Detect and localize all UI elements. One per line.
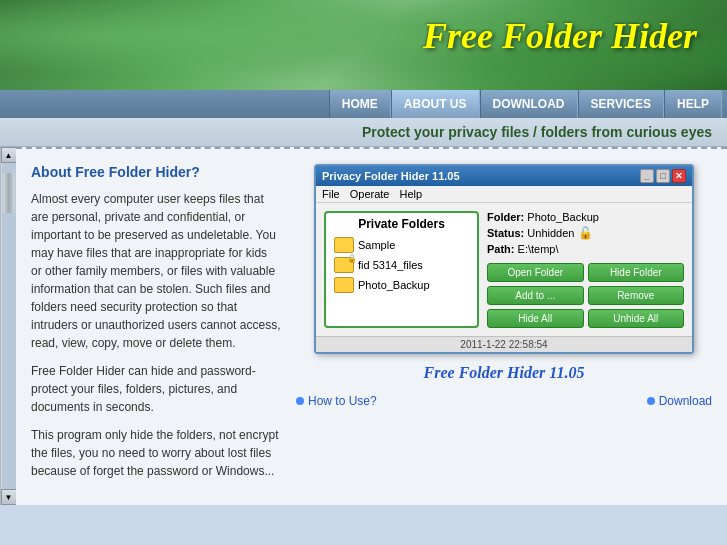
about-paragraph-2: Free Folder Hider can hide and password-…	[31, 362, 281, 416]
folder-label: Folder:	[487, 211, 524, 223]
unlocked-icon: 🔓	[578, 226, 593, 240]
close-button[interactable]: ✕	[672, 169, 686, 183]
folder-name-sample: Sample	[358, 239, 395, 251]
bottom-links: How to Use? Download	[296, 388, 712, 414]
menu-operate[interactable]: Operate	[350, 188, 390, 200]
status-label: Status:	[487, 227, 524, 239]
content-area: About Free Folder Hider? Almost every co…	[16, 149, 727, 505]
folder-item-sample[interactable]: Sample	[330, 235, 473, 255]
add-to-button[interactable]: Add to ...	[487, 286, 584, 305]
folder-icon-photo	[334, 277, 354, 293]
app-window: Privacy Folder Hider 11.05 _ □ ✕ File Op…	[314, 164, 694, 354]
download-link[interactable]: Download	[647, 394, 712, 408]
folder-icon-fid	[334, 257, 354, 273]
about-body: Almost every computer user keeps files t…	[31, 190, 281, 480]
scroll-down-button[interactable]: ▼	[1, 489, 17, 505]
open-folder-button[interactable]: Open Folder	[487, 263, 584, 282]
site-title: Free Folder Hider	[423, 15, 697, 57]
about-paragraph-1: Almost every computer user keeps files t…	[31, 190, 281, 352]
navigation: HOME ABOUT US DOWNLOAD SERVICES HELP	[0, 90, 727, 118]
maximize-button[interactable]: □	[656, 169, 670, 183]
menu-file[interactable]: File	[322, 188, 340, 200]
action-buttons: Open Folder Hide Folder Add to ... Remov…	[487, 263, 684, 328]
hide-all-button[interactable]: Hide All	[487, 309, 584, 328]
folders-panel-title: Private Folders	[330, 217, 473, 231]
tagline: Protect your privacy files / folders fro…	[0, 118, 727, 147]
menu-help[interactable]: Help	[399, 188, 422, 200]
minimize-button[interactable]: _	[640, 169, 654, 183]
info-path: Path: E:\temp\	[487, 243, 684, 255]
main-layout: ▲ ▼ About Free Folder Hider? Almost ever…	[0, 147, 727, 505]
hide-folder-button[interactable]: Hide Folder	[588, 263, 685, 282]
app-window-title: Privacy Folder Hider 11.05	[322, 170, 460, 182]
scrollbar-thumb[interactable]	[3, 173, 15, 213]
app-statusbar: 2011-1-22 22:58:54	[316, 336, 692, 352]
app-menubar: File Operate Help	[316, 186, 692, 203]
folder-icon-sample	[334, 237, 354, 253]
how-to-use-link[interactable]: How to Use?	[296, 394, 377, 408]
scroll-up-button[interactable]: ▲	[1, 147, 17, 163]
app-body: Private Folders Sample fid 5314_files	[316, 203, 692, 336]
left-text-panel: About Free Folder Hider? Almost every co…	[31, 164, 281, 490]
folder-value: Photo_Backup	[527, 211, 599, 223]
nav-about[interactable]: ABOUT US	[391, 90, 480, 118]
folders-panel: Private Folders Sample fid 5314_files	[324, 211, 479, 328]
app-titlebar: Privacy Folder Hider 11.05 _ □ ✕	[316, 166, 692, 186]
folder-item-photo[interactable]: Photo_Backup	[330, 275, 473, 295]
nav-home[interactable]: HOME	[329, 90, 391, 118]
nav-services[interactable]: SERVICES	[578, 90, 664, 118]
about-title: About Free Folder Hider?	[31, 164, 281, 180]
nav-download[interactable]: DOWNLOAD	[480, 90, 578, 118]
folder-name-fid: fid 5314_files	[358, 259, 423, 271]
nav-help[interactable]: HELP	[664, 90, 722, 118]
unhide-all-button[interactable]: Unhide All	[588, 309, 685, 328]
how-to-use-label: How to Use?	[308, 394, 377, 408]
scrollbar[interactable]: ▲ ▼	[0, 147, 16, 505]
remove-button[interactable]: Remove	[588, 286, 685, 305]
content-wrapper: About Free Folder Hider? Almost every co…	[16, 147, 727, 505]
app-title-label: Free Folder Hider 11.05	[424, 364, 585, 382]
status-value: Unhidden	[527, 227, 574, 239]
path-label: Path:	[487, 243, 515, 255]
about-paragraph-3: This program only hide the folders, not …	[31, 426, 281, 480]
info-panel: Folder: Photo_Backup Status: Unhidden 🔓 …	[487, 211, 684, 328]
header: Free Folder Hider	[0, 0, 727, 90]
right-content-panel: Privacy Folder Hider 11.05 _ □ ✕ File Op…	[296, 164, 712, 490]
scrollbar-track[interactable]	[2, 163, 16, 489]
download-label: Download	[659, 394, 712, 408]
folder-item-fid[interactable]: fid 5314_files	[330, 255, 473, 275]
info-status: Status: Unhidden 🔓	[487, 226, 684, 240]
path-value: E:\temp\	[518, 243, 559, 255]
info-folder: Folder: Photo_Backup	[487, 211, 684, 223]
titlebar-buttons: _ □ ✕	[640, 169, 686, 183]
folder-name-photo: Photo_Backup	[358, 279, 430, 291]
bullet-icon-left	[296, 397, 304, 405]
bullet-icon-right	[647, 397, 655, 405]
